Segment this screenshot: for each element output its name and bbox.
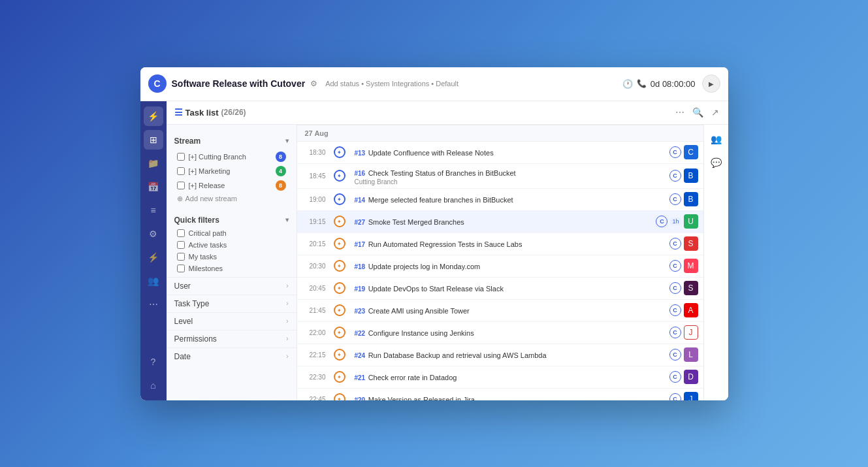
milestones-checkbox[interactable] — [177, 265, 185, 272]
task-icon-c: C — [669, 146, 681, 158]
task-number: #19 — [355, 285, 366, 293]
task-row[interactable]: 21:45 ✦ #23 Create AMI using Ansible Tow… — [297, 300, 703, 322]
user-filter-label: User — [174, 282, 191, 291]
stream-item-release[interactable]: [+] Release 8 — [174, 178, 289, 193]
timeline-col: ✦ — [330, 216, 349, 227]
bottom-area: Stream ▾ [+] Cutting Branch 8 [+] — [167, 125, 728, 400]
task-row[interactable]: 19:00 ✦ #14 Merge selected feature branc… — [297, 189, 703, 211]
task-row[interactable]: 20:15 ✦ #17 Run Automated Regression Tes… — [297, 233, 703, 255]
filter-critical-path[interactable]: Critical path — [174, 227, 289, 239]
timeline-col: ✦ — [330, 304, 349, 316]
phone-icon: 📞 — [637, 79, 647, 88]
filter-my-tasks[interactable]: My tasks — [174, 251, 289, 263]
play-button[interactable]: ▶ — [702, 74, 720, 93]
sidebar-nav-question[interactable]: ? — [144, 352, 163, 372]
quick-filters-header[interactable]: Quick filters ▾ — [174, 213, 289, 227]
task-icon-c: C — [669, 170, 681, 182]
level-filter[interactable]: Level › — [167, 312, 297, 330]
stream-marketing-checkbox[interactable] — [177, 167, 185, 175]
header-subtitle: Add status • System Integrations • Defau… — [325, 80, 458, 88]
sidebar-nav-calendar[interactable]: 📅 — [144, 177, 163, 197]
sidebar-nav-dots[interactable]: ⋯ — [144, 295, 163, 314]
task-content: #21 Check error rate in Datadog — [349, 371, 669, 383]
stream-marketing-badge: 4 — [276, 166, 286, 176]
user-filter[interactable]: User › — [167, 277, 297, 295]
task-icon-c: C — [669, 349, 681, 361]
gear-node: ✦ — [334, 393, 346, 400]
stream-items: [+] Cutting Branch 8 [+] Marketing 4 [+]… — [174, 148, 289, 206]
task-icon-c: C — [669, 371, 681, 383]
sidebar-nav-team[interactable]: 👥 — [144, 271, 163, 291]
toolbar-right: ⋯ 🔍 ↗ — [674, 106, 720, 119]
task-row[interactable]: 19:15 ✦ #27 Smoke Test Merged Branches C… — [297, 211, 703, 233]
task-type-filter[interactable]: Task Type › — [167, 295, 297, 312]
gear-node: ✦ — [334, 146, 346, 158]
task-icon-c: C — [669, 304, 681, 316]
stream-cutting-branch-badge: 8 — [276, 152, 286, 162]
header-timer: 🕐 📞 0d 08:00:00 — [622, 79, 696, 89]
task-icons: CS — [669, 236, 698, 251]
task-row[interactable]: 22:15 ✦ #24 Run Database Backup and retr… — [297, 344, 703, 366]
task-row[interactable]: 22:30 ✦ #21 Check error rate in Datadog … — [297, 366, 703, 389]
critical-path-checkbox[interactable] — [177, 229, 185, 237]
task-time: 19:00 — [297, 196, 330, 203]
right-sidebar-chat-icon[interactable]: 💬 — [707, 153, 725, 172]
sidebar-nav-list[interactable]: ≡ — [144, 201, 163, 220]
date-filter[interactable]: Date › — [167, 347, 297, 365]
main-body: ⚡ ⊞ 📁 📅 ≡ ⚙ ⚡ 👥 ⋯ ? ⌂ ☰ Task list (26/26… — [140, 101, 728, 400]
stream-release-label: [+] Release — [189, 182, 225, 189]
stream-cutting-branch-checkbox[interactable] — [177, 153, 185, 161]
sidebar-nav-home[interactable]: ⌂ — [144, 376, 163, 395]
filter-milestones[interactable]: Milestones — [174, 263, 289, 274]
sidebar-nav-grid[interactable]: ⊞ — [144, 130, 163, 150]
gear-node: ✦ — [334, 216, 346, 227]
task-row[interactable]: 22:00 ✦ #22 Configure Instance using Jen… — [297, 322, 703, 344]
right-sidebar-people-icon[interactable]: 👥 — [707, 130, 725, 148]
filter-active-tasks[interactable]: Active tasks — [174, 239, 289, 251]
timeline-col: ✦ — [330, 371, 349, 383]
task-content: #19 Update DevOps to Start Release via S… — [349, 282, 669, 294]
settings-icon[interactable]: ⚙ — [310, 79, 317, 88]
task-content: #14 Merge selected feature branches in B… — [349, 193, 669, 205]
search-icon[interactable]: 🔍 — [691, 106, 705, 119]
gear-node: ✦ — [334, 260, 346, 272]
sidebar-nav-connect[interactable]: ⚡ — [144, 248, 163, 267]
integration-icon: J — [684, 325, 698, 340]
header-left: C Software Release with Cutover ⚙ Add st… — [148, 74, 622, 93]
task-row[interactable]: 20:45 ✦ #19 Update DevOps to Start Relea… — [297, 278, 703, 300]
level-filter-arrow-icon: › — [286, 317, 288, 325]
task-row[interactable]: 22:45 ✦ #20 Make Version as Released in … — [297, 389, 703, 400]
task-title: Smoke Test Merged Branches — [368, 218, 464, 226]
my-tasks-checkbox[interactable] — [177, 253, 185, 261]
integration-icon: S — [684, 281, 698, 295]
export-icon[interactable]: ↗ — [710, 106, 720, 119]
task-number: #14 — [355, 197, 366, 204]
permissions-filter[interactable]: Permissions › — [167, 330, 297, 347]
task-row[interactable]: 20:30 ✦ #18 Update projects log in Monda… — [297, 255, 703, 278]
gear-node: ✦ — [334, 193, 346, 205]
task-count: (26/26) — [221, 108, 246, 117]
sidebar-nav-folder[interactable]: 📁 — [144, 153, 163, 173]
active-tasks-checkbox[interactable] — [177, 241, 185, 249]
task-row[interactable]: 18:45 ✦ #16 Check Testing Status of Bran… — [297, 164, 703, 189]
active-tasks-label: Active tasks — [189, 241, 227, 249]
integration-icon: B — [684, 192, 698, 206]
more-options-icon[interactable]: ⋯ — [674, 106, 686, 119]
stream-item-cutting-branch[interactable]: [+] Cutting Branch 8 — [174, 150, 289, 164]
stream-label: Stream — [174, 137, 201, 146]
task-time: 22:00 — [297, 329, 330, 336]
stream-release-checkbox[interactable] — [177, 182, 185, 189]
sidebar-nav-settings[interactable]: ⚙ — [144, 224, 163, 244]
task-icon-c: C — [656, 216, 667, 227]
tasks-container: 18:30 ✦ #13 Update Confluence with Relea… — [297, 142, 703, 400]
critical-path-label: Critical path — [189, 229, 227, 237]
task-time: 20:15 — [297, 240, 330, 248]
stream-section-header[interactable]: Stream ▾ — [174, 134, 289, 148]
task-icons: CB — [669, 169, 698, 183]
sidebar-nav-wifi[interactable]: ⚡ — [144, 106, 163, 126]
task-time: 20:45 — [297, 285, 330, 292]
stream-item-marketing[interactable]: [+] Marketing 4 — [174, 164, 289, 178]
task-time: 22:15 — [297, 351, 330, 359]
task-row[interactable]: 18:30 ✦ #13 Update Confluence with Relea… — [297, 142, 703, 164]
add-stream-button[interactable]: ⊕ Add new stream — [174, 193, 289, 205]
